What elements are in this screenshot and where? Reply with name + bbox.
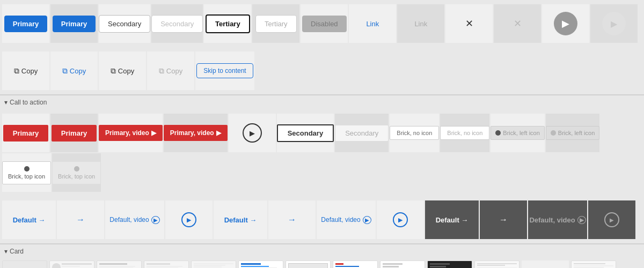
skip-to-content-button[interactable]: Skip to content	[196, 63, 253, 78]
cell-brick-no-icon-2: Brick, no icon	[440, 114, 489, 152]
copy-icon-2-gray: ⧉	[159, 66, 164, 76]
cell-brick-left-icon-2: Brick, left icon	[546, 114, 599, 152]
cta-section-header: ▾ Call to action	[0, 95, 644, 109]
tertiary-button-disabled: Tertiary	[255, 15, 297, 33]
cta-secondary-disabled-button: Secondary	[335, 125, 389, 142]
cell-arrow-white-1: →	[480, 200, 527, 239]
card-thumb-11[interactable]	[474, 260, 519, 268]
cell-arrow-only-1: →	[57, 200, 104, 239]
play-button-light[interactable]: ▶	[602, 12, 626, 35]
cell-default-video-2: Default, video ▶	[317, 200, 376, 239]
cell-arrow-only-2: →	[268, 200, 316, 239]
cell-cta-video-2: Primary, video ▶	[164, 114, 228, 152]
cell-brick-no-icon-1: Brick, no icon	[390, 114, 439, 152]
cell-copy-blue: ⧉ Copy	[50, 51, 98, 90]
cell-cta-play-outline: ▶	[229, 114, 276, 152]
card-thumb-8[interactable]: →	[333, 260, 378, 268]
default-video-button-2[interactable]: Default, video ▶	[321, 216, 371, 224]
tertiary-button-1[interactable]: Tertiary	[206, 14, 250, 33]
cell-secondary-1: Secondary	[99, 4, 150, 43]
cell-default-1: Default →	[2, 200, 56, 239]
arrow-only-button-2[interactable]: →	[288, 215, 296, 225]
brick-top-icon-button-1[interactable]: Brick, top icon	[2, 161, 51, 184]
cell-play-circle-1: ▶	[165, 200, 213, 239]
play-button-dark[interactable]: ▶	[554, 12, 577, 35]
cell-cta-primary-2: Primary	[50, 114, 98, 152]
link-button-gray: Link	[406, 16, 436, 32]
card-thumb-4[interactable]	[144, 260, 189, 268]
circle-play-1: ▶	[151, 216, 160, 224]
brick-dot-top-1	[24, 166, 30, 172]
cell-disabled: Disabled	[301, 4, 348, 43]
button-variants-row: Primary Primary Secondary Secondary Tert…	[0, 0, 644, 47]
chevron-down-icon-card[interactable]: ▾	[4, 248, 8, 255]
arrow-white-button[interactable]: →	[499, 215, 508, 225]
card-thumb-12[interactable]	[571, 260, 616, 268]
cell-play-2: ▶	[590, 4, 638, 43]
close-button-dark[interactable]: ✕	[461, 13, 478, 34]
default-arrow-button-2[interactable]: Default →	[224, 216, 257, 224]
default-video-gray-button: Default, video ▶	[529, 216, 586, 224]
cell-tertiary-1: Tertiary	[204, 4, 251, 43]
card-thumb-7[interactable]: →	[286, 260, 331, 268]
cta-video-button-1[interactable]: Primary, video ▶	[99, 125, 163, 141]
cell-play-1: ▶	[542, 4, 589, 43]
cell-cta-secondary-gray: Secondary	[335, 114, 389, 152]
brick-left-icon-button-1[interactable]: Brick, left icon	[491, 126, 544, 140]
copy-icon-blue: ⧉	[62, 66, 68, 76]
play-icon-2: ▶	[216, 129, 221, 137]
primary-button-1[interactable]: Primary	[4, 16, 47, 32]
brick-top-icon-button-2: Brick, top icon	[52, 161, 101, 184]
card-thumb-3[interactable]	[97, 260, 142, 268]
cta-primary-button-2[interactable]: Primary	[52, 125, 97, 142]
cta-play-outline-button[interactable]: ▶	[243, 123, 262, 143]
cell-primary-1: Primary	[2, 4, 49, 43]
copy-icon-2-dark: ⧉	[111, 66, 116, 76]
card-thumb-10[interactable]	[427, 260, 472, 268]
cta-primary-button-1[interactable]: Primary	[3, 125, 48, 142]
cell-card-circle: ⬡	[522, 260, 569, 268]
copy-buttons-row: ⧉ Copy ⧉ Copy ⧉ Copy ⧉ Copy Skip to cont…	[0, 47, 644, 94]
play-icon-1: ▶	[151, 129, 156, 137]
cta-video-button-2[interactable]: Primary, video ▶	[164, 125, 228, 141]
cell-copy-dark: ⧉ Copy	[2, 51, 49, 90]
cell-cta-video-1: Primary, video ▶	[99, 114, 163, 152]
copy-button-dark[interactable]: ⧉ Copy	[14, 66, 38, 76]
main-container: Primary Primary Secondary Secondary Tert…	[0, 0, 644, 268]
cell-copy-icon-dark: ⧉ Copy	[99, 51, 146, 90]
card-thumb-2[interactable]	[49, 260, 94, 268]
cell-brick-left-icon-1: Brick, left icon	[491, 114, 544, 152]
link-button-blue[interactable]: Link	[357, 16, 387, 32]
cta-row-1: Primary Primary Primary, video ▶ Primary…	[0, 109, 644, 196]
cell-play-circle-2: ▶	[377, 200, 424, 239]
cell-copy-icon-gray: ⧉ Copy	[147, 51, 194, 90]
circle-play-gray: ▶	[577, 216, 586, 224]
card-section-header: ▾ Card	[0, 244, 644, 258]
brick-no-icon-button-2: Brick, no icon	[440, 126, 489, 140]
arrow-only-button-1[interactable]: →	[76, 215, 85, 225]
copy-icon-button-gray: ⧉ Copy	[159, 66, 182, 76]
cell-cta-primary-1: Primary	[2, 114, 49, 152]
close-button-light[interactable]: ✕	[509, 13, 526, 34]
secondary-button-1[interactable]: Secondary	[99, 15, 150, 33]
card-section-label: Card	[10, 248, 24, 255]
circle-play-2: ▶	[363, 216, 371, 224]
brick-no-icon-button-1[interactable]: Brick, no icon	[390, 126, 439, 140]
cell-secondary-2: Secondary	[151, 4, 203, 43]
disabled-button: Disabled	[302, 16, 347, 32]
card-thumb-9[interactable]	[380, 260, 425, 268]
card-thumb-1[interactable]: card preview	[2, 260, 47, 268]
chevron-down-icon[interactable]: ▾	[4, 99, 8, 106]
card-thumb-6[interactable]: CTA →	[238, 260, 283, 268]
copy-icon-button-dark[interactable]: ⧉ Copy	[111, 66, 134, 76]
copy-button-blue[interactable]: ⧉ Copy	[62, 66, 86, 76]
play-circle-button-2[interactable]: ▶	[393, 212, 408, 227]
default-arrow-button-1[interactable]: Default →	[13, 216, 46, 224]
play-circle-button-1[interactable]: ▶	[181, 212, 196, 227]
primary-button-2[interactable]: Primary	[53, 16, 96, 32]
cta-row-2: Default → → Default, video ▶ ▶ Default →…	[0, 196, 644, 243]
default-video-button-1[interactable]: Default, video ▶	[109, 216, 159, 224]
cta-secondary-button[interactable]: Secondary	[277, 124, 334, 142]
card-thumb-5[interactable]	[191, 260, 236, 268]
default-arrow-white-button[interactable]: Default →	[436, 216, 469, 224]
